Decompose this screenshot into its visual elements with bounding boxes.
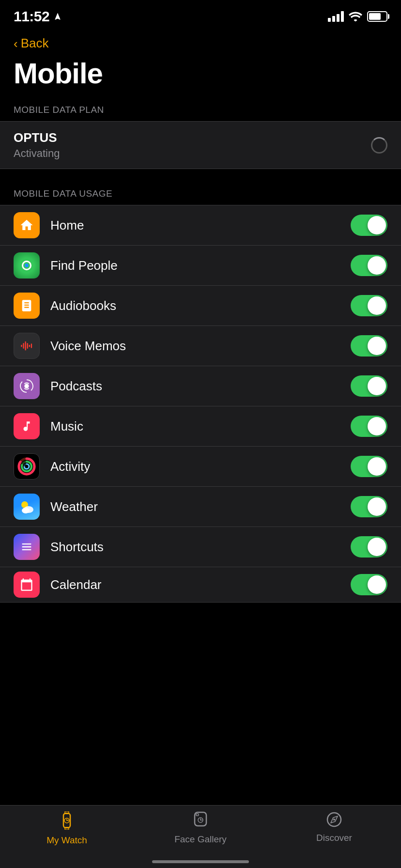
- icon-voice-memos: [14, 333, 40, 359]
- label-voice-memos: Voice Memos: [50, 339, 351, 354]
- status-bar: 11:52: [0, 0, 401, 29]
- toggle-activity[interactable]: [351, 456, 387, 477]
- mobile-data-plan-card: OPTUS Activating: [0, 121, 401, 169]
- row-home: Home: [0, 205, 401, 246]
- row-activity: Activity: [0, 447, 401, 487]
- row-podcasts: Podcasts: [0, 366, 401, 406]
- page-title: Mobile: [0, 53, 401, 105]
- status-time: 11:52: [14, 8, 49, 25]
- row-audiobooks: Audiobooks: [0, 286, 401, 326]
- label-podcasts: Podcasts: [50, 379, 351, 394]
- icon-music: [14, 413, 40, 439]
- tab-face-gallery-label: Face Gallery: [174, 834, 227, 845]
- carrier-info: OPTUS Activating: [14, 130, 60, 160]
- my-watch-icon: [59, 811, 75, 832]
- tab-face-gallery[interactable]: Face Gallery: [134, 811, 267, 845]
- icon-find-people: [14, 252, 40, 279]
- icon-home: [14, 212, 40, 238]
- svg-rect-3: [27, 343, 28, 349]
- section-header-usage: MOBILE DATA USAGE: [0, 188, 401, 205]
- carrier-row: OPTUS Activating: [0, 122, 401, 169]
- main-content: 11:52 ‹ B: [0, 0, 401, 670]
- svg-point-29: [333, 819, 335, 821]
- svg-rect-1: [23, 343, 24, 349]
- section-header-plan: MOBILE DATA PLAN: [0, 105, 401, 121]
- face-gallery-icon: [193, 811, 208, 831]
- icon-audiobooks: [14, 293, 40, 319]
- wifi-icon: [349, 12, 362, 21]
- label-find-people: Find People: [50, 258, 351, 273]
- toggle-weather[interactable]: [351, 496, 387, 517]
- carrier-name: OPTUS: [14, 130, 60, 145]
- label-music: Music: [50, 419, 351, 434]
- row-music: Music: [0, 406, 401, 447]
- tab-discover[interactable]: Discover: [267, 811, 401, 843]
- location-icon: [53, 12, 62, 21]
- toggle-shortcuts[interactable]: [351, 536, 387, 558]
- toggle-audiobooks[interactable]: [351, 295, 387, 316]
- label-home: Home: [50, 218, 351, 233]
- svg-rect-18: [65, 827, 69, 830]
- tab-discover-label: Discover: [316, 833, 352, 843]
- row-voice-memos: Voice Memos: [0, 326, 401, 366]
- loading-spinner: [371, 137, 387, 154]
- icon-activity: [14, 453, 40, 480]
- back-button[interactable]: ‹ Back: [0, 29, 401, 53]
- status-icons: [328, 11, 387, 22]
- svg-rect-4: [29, 345, 30, 347]
- toggle-home[interactable]: [351, 215, 387, 236]
- back-chevron-icon: ‹: [14, 37, 18, 50]
- carrier-status: Activating: [14, 147, 60, 160]
- label-weather: Weather: [50, 499, 351, 514]
- toggle-podcasts[interactable]: [351, 375, 387, 397]
- spacer-1: [0, 169, 401, 188]
- svg-rect-2: [25, 341, 26, 351]
- row-weather: Weather: [0, 487, 401, 527]
- svg-rect-23: [196, 814, 199, 816]
- discover-icon: [326, 811, 342, 830]
- toggle-calendar[interactable]: [351, 574, 387, 595]
- svg-rect-5: [31, 343, 32, 348]
- tab-my-watch-label: My Watch: [46, 835, 87, 846]
- svg-point-6: [24, 384, 29, 388]
- row-calendar-partial: Calendar: [0, 567, 401, 602]
- label-shortcuts: Shortcuts: [50, 540, 351, 555]
- icon-podcasts: [14, 373, 40, 399]
- back-label: Back: [21, 36, 49, 51]
- toggle-music[interactable]: [351, 416, 387, 437]
- row-shortcuts: Shortcuts: [0, 527, 401, 567]
- icon-shortcuts: [14, 534, 40, 560]
- battery-icon: [367, 11, 387, 22]
- label-audiobooks: Audiobooks: [50, 298, 351, 313]
- row-find-people: Find People: [0, 246, 401, 286]
- icon-calendar: [14, 572, 40, 598]
- icon-weather: [14, 494, 40, 520]
- label-activity: Activity: [50, 459, 351, 474]
- svg-rect-0: [21, 345, 22, 347]
- toggle-voice-memos[interactable]: [351, 335, 387, 356]
- toggle-knob-home: [368, 216, 386, 234]
- tab-my-watch[interactable]: My Watch: [0, 811, 134, 846]
- svg-point-15: [22, 508, 30, 513]
- toggle-find-people[interactable]: [351, 255, 387, 276]
- home-indicator: [152, 860, 249, 863]
- label-calendar: Calendar: [50, 577, 351, 592]
- signal-icon: [328, 11, 344, 22]
- svg-rect-17: [65, 811, 69, 814]
- mobile-data-usage-card: Home Find People Audiobooks: [0, 205, 401, 603]
- tab-bar: My Watch Face Gallery Discover: [0, 805, 401, 868]
